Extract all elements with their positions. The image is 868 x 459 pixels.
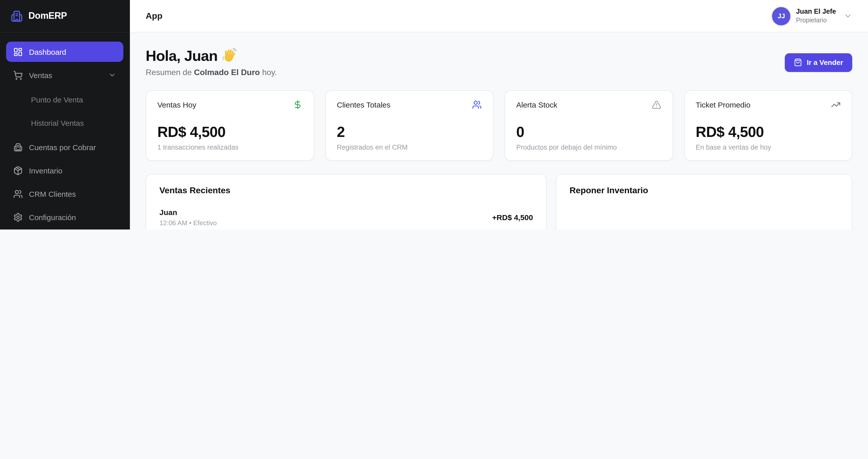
stat-card-2: Alerta Stock0Productos por debajo del mí… bbox=[504, 90, 673, 161]
stat-label: Alerta Stock bbox=[516, 100, 557, 109]
sidebar-item-label: Configuración bbox=[29, 213, 116, 221]
brand-name: DomERP bbox=[28, 11, 67, 21]
stat-sub: Registrados en el CRM bbox=[337, 143, 482, 151]
user-name: Juan El Jefe bbox=[796, 8, 836, 16]
ir-a-vender-button[interactable]: Ir a Vender bbox=[785, 53, 852, 72]
sales-list: Juan12:06 AM • Efectivo+RD$ 4,500Juan01:… bbox=[159, 201, 533, 230]
sidebar-nav: DashboardVentasPunto de VentaHistorial V… bbox=[0, 32, 129, 230]
trending-up-icon bbox=[831, 100, 841, 109]
dollar-sign-icon bbox=[292, 100, 302, 109]
user-role: Propietario bbox=[796, 17, 836, 24]
cta-label: Ir a Vender bbox=[807, 58, 843, 66]
building-logo-icon bbox=[10, 9, 23, 23]
app-root: DomERP DashboardVentasPunto de VentaHist… bbox=[0, 0, 868, 230]
greeting-text: Hola, Juan bbox=[146, 48, 218, 64]
org-name-inline: Colmado El Duro bbox=[194, 68, 260, 76]
panels-row: Ventas Recientes Juan12:06 AM • Efectivo… bbox=[146, 174, 852, 230]
stat-label: Ventas Hoy bbox=[157, 100, 196, 109]
shopping-bag-icon bbox=[794, 58, 802, 66]
stats-row: Ventas HoyRD$ 4,5001 transacciones reali… bbox=[146, 90, 852, 161]
restock-panel: Reponer Inventario Inventario saludable bbox=[556, 174, 852, 230]
sale-meta: 12:06 AM • Efectivo bbox=[159, 219, 217, 227]
user-menu[interactable]: JJ Juan El Jefe Propietario bbox=[772, 7, 852, 25]
inventory-empty-state: Inventario saludable bbox=[569, 196, 839, 230]
stat-sub: En base a ventas de hoy bbox=[696, 143, 841, 151]
sidebar-item-configuracion[interactable]: Configuración bbox=[6, 207, 123, 227]
settings-icon bbox=[13, 212, 23, 222]
content: Hola, Juan bbox=[130, 32, 868, 230]
stat-sub: Productos por debajo del mínimo bbox=[516, 143, 661, 151]
shopping-cart-icon bbox=[13, 70, 23, 80]
page-subtitle: Resumen de Colmado El Duro hoy. bbox=[146, 68, 277, 77]
sidebar-item-label: Inventario bbox=[29, 166, 116, 175]
wave-emoji-icon bbox=[222, 47, 237, 63]
stat-card-1: Clientes Totales2Registrados en el CRM bbox=[325, 90, 493, 161]
sidebar-item-punto-de-venta[interactable]: Punto de Venta bbox=[6, 90, 123, 108]
main-area: App JJ Juan El Jefe Propietario Hola, Ju… bbox=[130, 0, 868, 230]
users-icon bbox=[13, 189, 23, 199]
building-icon bbox=[13, 142, 23, 152]
sale-info: Juan12:06 AM • Efectivo bbox=[159, 208, 217, 227]
restock-title: Reponer Inventario bbox=[569, 186, 839, 196]
stat-value: 2 bbox=[337, 124, 482, 140]
sidebar-item-label: Cuentas por Cobrar bbox=[29, 143, 116, 152]
greeting: Hola, Juan bbox=[146, 48, 277, 64]
chevron-down-icon bbox=[844, 12, 852, 20]
stat-card-3: Ticket PromedioRD$ 4,500En base a ventas… bbox=[684, 90, 852, 161]
chevron-down-icon bbox=[108, 71, 116, 79]
greeting-block: Hola, Juan bbox=[146, 48, 277, 77]
stat-value: RD$ 4,500 bbox=[696, 124, 841, 140]
recent-sales-panel: Ventas Recientes Juan12:06 AM • Efectivo… bbox=[146, 174, 547, 230]
sale-customer: Juan bbox=[159, 208, 217, 217]
sidebar-item-inventario[interactable]: Inventario bbox=[6, 160, 123, 181]
page-head: Hola, Juan bbox=[146, 48, 852, 77]
alert-triangle-icon bbox=[652, 100, 661, 109]
users-icon bbox=[472, 100, 482, 109]
sidebar-item-ventas[interactable]: Ventas bbox=[6, 65, 123, 85]
sidebar: DomERP DashboardVentasPunto de VentaHist… bbox=[0, 0, 130, 230]
sale-amount: +RD$ 4,500 bbox=[492, 213, 533, 222]
avatar: JJ bbox=[772, 7, 790, 25]
package-icon bbox=[13, 166, 23, 175]
sidebar-item-label: Ventas bbox=[29, 71, 102, 79]
stat-label: Clientes Totales bbox=[337, 100, 390, 109]
sidebar-item-historial-ventas[interactable]: Historial Ventas bbox=[6, 113, 123, 132]
sale-row: Juan12:06 AM • Efectivo+RD$ 4,500 bbox=[159, 201, 533, 230]
user-meta: Juan El Jefe Propietario bbox=[796, 8, 836, 25]
sidebar-item-crm-clientes[interactable]: CRM Clientes bbox=[6, 184, 123, 204]
stat-value: 0 bbox=[516, 124, 661, 140]
layout-dashboard-icon bbox=[13, 47, 23, 57]
brand: DomERP bbox=[0, 0, 129, 32]
stat-card-0: Ventas HoyRD$ 4,5001 transacciones reali… bbox=[146, 90, 314, 161]
sidebar-item-dashboard[interactable]: Dashboard bbox=[6, 41, 123, 62]
page-title: App bbox=[146, 11, 162, 21]
recent-sales-title: Ventas Recientes bbox=[159, 186, 533, 196]
sidebar-item-label: Dashboard bbox=[29, 47, 116, 56]
stat-value: RD$ 4,500 bbox=[157, 124, 302, 140]
topbar: App JJ Juan El Jefe Propietario bbox=[130, 0, 868, 32]
sidebar-item-label: CRM Clientes bbox=[29, 190, 116, 198]
stat-sub: 1 transacciones realizadas bbox=[157, 143, 302, 151]
stat-label: Ticket Promedio bbox=[696, 100, 750, 109]
sidebar-item-cuentas-por-cobrar[interactable]: Cuentas por Cobrar bbox=[6, 137, 123, 157]
